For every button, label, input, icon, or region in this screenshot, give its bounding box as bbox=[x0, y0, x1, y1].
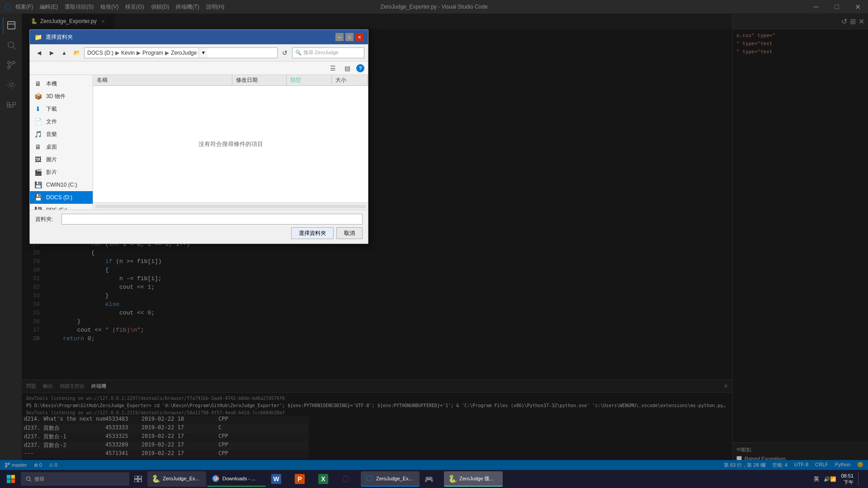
nav-back-button[interactable]: ◀ bbox=[33, 47, 44, 58]
dialog-button-row: 選擇資料夾 取消 bbox=[35, 227, 363, 239]
taskbar-app-excel[interactable]: X bbox=[314, 471, 336, 487]
taskbar-app-ppt[interactable]: P bbox=[290, 471, 313, 487]
dialog-maximize[interactable]: □ bbox=[345, 33, 354, 41]
tray-date: 下午 bbox=[841, 479, 854, 485]
nav-up-button[interactable]: ▲ bbox=[59, 47, 70, 58]
path-part-program: Program bbox=[142, 50, 163, 56]
sidebar-item-cwin10[interactable]: 💾 CWIN10 (C:) bbox=[30, 178, 93, 191]
sidebar-pictures-label: 圖片 bbox=[46, 156, 57, 164]
sidebar-item-3d[interactable]: 📦 3D 物件 bbox=[30, 90, 93, 103]
help-button[interactable]: ? bbox=[356, 64, 364, 72]
taskbar-app-zerojudge[interactable]: 🐍 ZeroJudge 匯... bbox=[444, 471, 503, 487]
3d-icon: 📦 bbox=[33, 92, 42, 101]
taskbar-app-vscode[interactable]: ⬡ ZeroJudge_Ex... bbox=[361, 471, 420, 487]
path-part-docs: DOCS (D:) bbox=[87, 50, 113, 56]
sidebar-item-docs-d[interactable]: 💾 DOCS (D:) bbox=[30, 191, 93, 204]
documents-icon: 📄 bbox=[33, 117, 42, 126]
dialog-body: 🖥 本機 📦 3D 物件 ⬇ 下載 📄 文件 🎵 音樂 bbox=[30, 75, 368, 210]
dialog-overlay: 📁 選擇資料夾 ─ □ ✕ ◀ ▶ ▲ 📂 DOCS (D:) ▶ Kevin … bbox=[0, 0, 868, 488]
taskbar-vs-icon: ⬡ bbox=[342, 475, 350, 483]
taskbar-app-chrome[interactable]: Downloads - ... bbox=[207, 471, 266, 487]
folder-input[interactable] bbox=[61, 214, 363, 225]
col-size[interactable]: 大小 bbox=[332, 75, 368, 85]
horizontal-scrollbar[interactable] bbox=[93, 202, 368, 210]
taskbar-python-icon: 🐍 bbox=[152, 474, 160, 483]
svg-rect-17 bbox=[7, 479, 10, 483]
sidebar-music-label: 音樂 bbox=[46, 131, 57, 138]
svg-rect-21 bbox=[134, 476, 137, 479]
path-sep-3: ▶ bbox=[165, 50, 169, 56]
taskbar-vscode-label: ZeroJudge_Ex... bbox=[376, 476, 413, 481]
sidebar-item-downloads[interactable]: ⬇ 下載 bbox=[30, 103, 93, 115]
taskbar-app-game[interactable]: 🎮 bbox=[420, 471, 443, 487]
taskbar-app-vs[interactable]: ⬡ bbox=[337, 471, 360, 487]
sidebar-item-pictures[interactable]: 🖼 圖片 bbox=[30, 153, 93, 166]
sidebar-videos-label: 影片 bbox=[46, 169, 57, 176]
start-button[interactable] bbox=[2, 471, 20, 487]
dialog-title-bar: 📁 選擇資料夾 ─ □ ✕ bbox=[30, 30, 368, 44]
dialog-close[interactable]: ✕ bbox=[355, 33, 363, 41]
details-view-button[interactable]: ▤ bbox=[342, 63, 353, 73]
taskbar-app-python1[interactable]: 🐍 ZeroJudge_Ex... bbox=[147, 471, 206, 487]
dialog-minimize[interactable]: ─ bbox=[335, 33, 344, 41]
search-icon: 🔍 bbox=[295, 50, 302, 56]
music-icon: 🎵 bbox=[33, 130, 42, 139]
taskbar: 搜尋 🐍 ZeroJudge_Ex... Downloads - ... W bbox=[0, 470, 868, 488]
sidebar-item-videos[interactable]: 🎬 影片 bbox=[30, 166, 93, 178]
taskbar-app-word[interactable]: W bbox=[267, 471, 289, 487]
taskbar-chrome-label: Downloads - ... bbox=[222, 476, 255, 481]
svg-rect-23 bbox=[134, 479, 137, 482]
nav-forward-button[interactable]: ▶ bbox=[46, 47, 57, 58]
refresh-button[interactable]: ↺ bbox=[279, 47, 290, 58]
videos-icon: 🎬 bbox=[33, 168, 42, 177]
svg-point-28 bbox=[215, 478, 217, 480]
taskbar-game-icon: 🎮 bbox=[425, 475, 433, 483]
docs-icon: 💾 bbox=[33, 193, 42, 202]
column-header: 名稱 修改日期 類型 大小 bbox=[93, 75, 368, 86]
taskbar-chrome-icon bbox=[212, 474, 220, 483]
dialog-toolbar: ◀ ▶ ▲ 📂 DOCS (D:) ▶ Kevin ▶ Program ▶ Ze… bbox=[30, 44, 368, 61]
taskbar-search[interactable]: 搜尋 bbox=[21, 472, 129, 486]
list-view-button[interactable]: ☰ bbox=[327, 63, 338, 73]
select-folder-button[interactable]: 選擇資料夾 bbox=[291, 227, 334, 239]
task-view-button[interactable] bbox=[130, 471, 146, 487]
address-bar[interactable]: DOCS (D:) ▶ Kevin ▶ Program ▶ ZeroJudge … bbox=[84, 47, 278, 58]
local-icon: 🖥 bbox=[33, 79, 42, 88]
sidebar-item-desktop[interactable]: 🖥 桌面 bbox=[30, 141, 93, 153]
tray-lang[interactable]: 英 bbox=[814, 475, 819, 483]
cancel-button[interactable]: 取消 bbox=[336, 227, 363, 239]
path-sep-2: ▶ bbox=[137, 50, 141, 56]
col-date[interactable]: 修改日期 bbox=[232, 75, 287, 85]
folder-label: 資料夾: bbox=[35, 216, 58, 223]
tray-time: 08:51 bbox=[841, 473, 854, 479]
svg-rect-22 bbox=[138, 476, 142, 479]
search-box[interactable]: 🔍 搜尋 ZeroJudge bbox=[292, 47, 364, 58]
dialog-sidebar: 🖥 本機 📦 3D 物件 ⬇ 下載 📄 文件 🎵 音樂 bbox=[30, 75, 93, 210]
dialog-window-controls: ─ □ ✕ bbox=[335, 33, 363, 41]
dialog-footer: 資料夾: 選擇資料夾 取消 bbox=[30, 210, 368, 244]
sidebar-item-documents[interactable]: 📄 文件 bbox=[30, 115, 93, 128]
folder-name-row: 資料夾: bbox=[35, 214, 363, 225]
sidebar-item-music[interactable]: 🎵 音樂 bbox=[30, 128, 93, 141]
sidebar-desktop-label: 桌面 bbox=[46, 143, 57, 151]
path-sep-1: ▶ bbox=[115, 50, 119, 56]
sidebar-item-pdf[interactable]: 💾 PDF (E:) bbox=[30, 204, 93, 210]
scrollbar-track[interactable] bbox=[95, 205, 366, 208]
tray-time-date[interactable]: 08:51 下午 bbox=[841, 473, 854, 485]
svg-rect-15 bbox=[7, 475, 10, 479]
downloads-icon: ⬇ bbox=[33, 104, 42, 113]
col-name[interactable]: 名稱 bbox=[93, 75, 232, 85]
view-toolbar: ☰ ▤ ? bbox=[30, 61, 368, 75]
taskbar-word-icon: W bbox=[271, 474, 281, 484]
file-dialog: 📁 選擇資料夾 ─ □ ✕ ◀ ▶ ▲ 📂 DOCS (D:) ▶ Kevin … bbox=[29, 29, 368, 244]
taskbar-python1-label: ZeroJudge_Ex... bbox=[163, 476, 199, 481]
search-placeholder: 搜尋 ZeroJudge bbox=[303, 49, 339, 56]
col-type[interactable]: 類型 bbox=[287, 75, 332, 85]
dialog-main-area: 名稱 修改日期 類型 大小 沒有符合搜尋條件的項目 bbox=[93, 75, 368, 210]
nav-folder-icon-button[interactable]: 📂 bbox=[71, 47, 82, 58]
sidebar-item-local[interactable]: 🖥 本機 bbox=[30, 77, 93, 90]
tray-icons[interactable]: 🔊📶 bbox=[824, 476, 836, 482]
tray-show-desktop[interactable] bbox=[858, 472, 862, 486]
svg-rect-16 bbox=[11, 475, 15, 479]
path-dropdown-button[interactable]: ▼ bbox=[198, 48, 208, 58]
